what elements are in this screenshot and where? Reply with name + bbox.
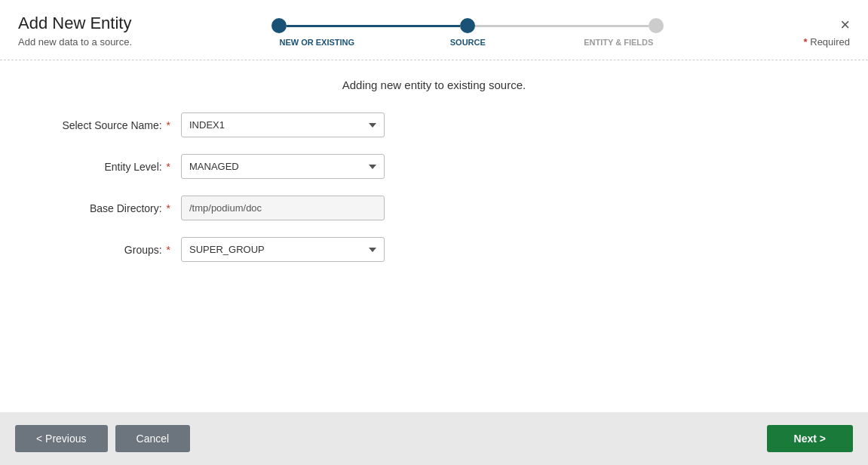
header-right: × * Required <box>804 14 850 48</box>
stepper-container: NEW OR EXISTING SOURCE ENTITY & FIELDS <box>132 14 804 47</box>
base-directory-control <box>181 196 385 220</box>
content-description: Adding new entity to existing source. <box>30 79 838 91</box>
footer-left-buttons: < Previous Cancel <box>15 425 190 452</box>
dialog-title: Add New Entity <box>18 14 132 33</box>
stepper-labels: NEW OR EXISTING SOURCE ENTITY & FIELDS <box>271 38 664 47</box>
entity-level-select[interactable]: MANAGED <box>181 154 385 179</box>
step-3-dot <box>649 18 664 33</box>
add-new-entity-dialog: Add New Entity Add new data to a source.… <box>0 0 868 465</box>
base-directory-row: Base Directory: * <box>30 196 838 220</box>
source-name-control: INDEX1 <box>181 112 385 137</box>
header: Add New Entity Add new data to a source.… <box>0 0 868 48</box>
required-star: * <box>804 36 808 48</box>
base-dir-required-star: * <box>167 202 170 214</box>
footer: < Previous Cancel Next > <box>0 412 868 465</box>
next-button[interactable]: Next > <box>767 425 853 452</box>
groups-required-star: * <box>167 244 170 256</box>
close-button[interactable]: × <box>840 17 850 33</box>
step-3-label: ENTITY & FIELDS <box>573 38 664 47</box>
groups-select[interactable]: SUPER_GROUP <box>181 237 385 262</box>
step-1-dot <box>271 18 287 33</box>
cancel-button[interactable]: Cancel <box>115 425 191 452</box>
step-1-label: NEW OR EXISTING <box>271 38 362 47</box>
dialog-subtitle: Add new data to a source. <box>18 36 132 48</box>
entity-level-row: Entity Level: * MANAGED <box>30 154 838 179</box>
form-content: Adding new entity to existing source. Se… <box>0 60 868 412</box>
required-note: * Required <box>804 36 850 48</box>
groups-control: SUPER_GROUP <box>181 237 385 262</box>
header-left: Add New Entity Add new data to a source. <box>18 14 132 48</box>
source-required-star: * <box>167 119 170 131</box>
step-2-dot <box>460 18 475 33</box>
base-directory-label: Base Directory: * <box>30 202 181 214</box>
stepper <box>271 18 664 33</box>
entity-level-control: MANAGED <box>181 154 385 179</box>
groups-row: Groups: * SUPER_GROUP <box>30 237 838 262</box>
previous-button[interactable]: < Previous <box>15 425 108 452</box>
step-line-1 <box>287 25 460 27</box>
source-name-label: Select Source Name: * <box>30 119 181 131</box>
entity-level-label: Entity Level: * <box>30 161 181 173</box>
step-line-2 <box>475 25 649 27</box>
source-name-row: Select Source Name: * INDEX1 <box>30 112 838 137</box>
source-name-select[interactable]: INDEX1 <box>181 112 385 137</box>
step-2-label: SOURCE <box>422 38 513 47</box>
entity-level-required-star: * <box>167 161 170 173</box>
groups-label: Groups: * <box>30 244 181 256</box>
base-directory-input[interactable] <box>181 196 385 220</box>
